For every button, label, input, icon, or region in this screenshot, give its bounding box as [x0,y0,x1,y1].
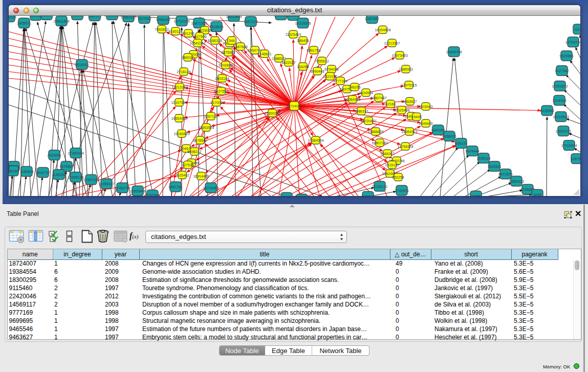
svg-text:7485003: 7485003 [399,68,412,71]
svg-text:5822037: 5822037 [281,61,295,64]
svg-text:1065326: 1065326 [70,16,84,17]
svg-text:16033809: 16033809 [226,16,242,18]
svg-text:1905572: 1905572 [39,16,53,17]
svg-text:12213382: 12213382 [171,85,187,89]
svg-text:8160124: 8160124 [168,30,182,33]
svg-text:989012: 989012 [182,56,193,59]
svg-text:8878542: 8878542 [193,139,207,142]
svg-text:1687071: 1687071 [88,16,101,18]
svg-text:15716485: 15716485 [203,186,219,190]
svg-text:12093872: 12093872 [552,84,568,88]
svg-text:19654923: 19654923 [401,130,417,134]
svg-text:9146821: 9146821 [257,52,271,56]
svg-text:10719155: 10719155 [173,19,189,23]
svg-text:10958107: 10958107 [98,182,114,186]
svg-text:2803144: 2803144 [215,77,229,80]
svg-text:6961758: 6961758 [307,49,320,52]
svg-text:9084067: 9084067 [380,152,394,156]
svg-text:2942737: 2942737 [36,171,50,174]
svg-text:7857224: 7857224 [244,20,257,24]
svg-text:12975115: 12975115 [401,83,417,87]
svg-text:8471676: 8471676 [498,172,512,176]
svg-text:5875685: 5875685 [221,51,235,54]
svg-text:8454749: 8454749 [248,49,262,52]
svg-text:6794028: 6794028 [324,68,338,71]
svg-text:8215953: 8215953 [540,109,554,113]
svg-text:62160: 62160 [385,102,396,106]
svg-text:20691406: 20691406 [53,19,69,23]
svg-text:8427552: 8427552 [214,90,228,93]
svg-text:15720407: 15720407 [360,119,376,123]
svg-text:16914479: 16914479 [193,174,209,178]
svg-text:f(x): f(x) [129,231,139,240]
svg-text:252254: 252254 [392,176,404,179]
svg-text:7632621: 7632621 [487,165,501,168]
svg-text:1244419: 1244419 [552,99,566,102]
svg-text:17957223: 17957223 [83,178,99,182]
svg-text:1527602: 1527602 [137,17,151,20]
svg-text:9245: 9245 [533,193,541,196]
svg-text:25300285: 25300285 [264,112,280,115]
svg-text:16671355: 16671355 [191,21,207,25]
svg-text:1640995: 1640995 [431,128,445,132]
svg-text:9527506: 9527506 [192,35,206,38]
svg-text:19756928: 19756928 [397,145,413,148]
svg-text:2935114: 2935114 [477,157,491,160]
svg-text:10807487: 10807487 [371,96,386,100]
svg-text:939154: 939154 [9,169,19,173]
svg-text:15495: 15495 [411,115,422,119]
svg-text:6966160: 6966160 [156,18,170,21]
svg-text:2718126: 2718126 [177,70,190,74]
svg-text:11325419: 11325419 [286,33,301,36]
svg-text:17359924: 17359924 [68,151,83,155]
svg-text:10653267: 10653267 [120,16,136,19]
svg-text:9457791: 9457791 [168,185,182,189]
svg-text:9463627: 9463627 [403,100,417,103]
svg-text:10653267: 10653267 [104,16,120,17]
svg-text:7663822: 7663822 [155,28,168,31]
svg-text:186409: 186409 [297,39,309,42]
svg-text:173342: 173342 [362,195,374,196]
svg-text:1615132: 1615132 [385,163,399,167]
svg-text:12905135: 12905135 [68,176,83,179]
svg-text:7986372: 7986372 [354,110,368,113]
svg-text:15226058: 15226058 [197,29,212,32]
svg-text:21364436: 21364436 [344,98,360,101]
svg-text:8990448: 8990448 [310,70,324,73]
svg-text:8813054: 8813054 [286,16,300,17]
svg-text:16648784: 16648784 [446,50,462,54]
svg-text:12213967: 12213967 [384,41,400,45]
svg-text:16154808: 16154808 [375,28,390,32]
svg-text:1405571: 1405571 [17,21,31,25]
svg-text:1211019: 1211019 [9,16,16,19]
svg-text:9474444: 9474444 [465,149,479,153]
svg-text:5498222: 5498222 [187,150,201,154]
svg-text:19218506: 19218506 [295,21,311,25]
svg-text:116263: 116263 [297,65,309,69]
svg-text:19166829: 19166829 [173,132,189,136]
svg-text:7955812: 7955812 [315,59,329,63]
svg-text:9975867: 9975867 [59,165,73,168]
svg-text:19384554: 19384554 [308,139,323,142]
svg-text:1156829: 1156829 [20,170,34,173]
svg-text:2667608: 2667608 [233,45,247,49]
svg-text:9515440: 9515440 [419,105,432,108]
svg-text:8186328: 8186328 [208,39,222,42]
svg-text:1588520: 1588520 [272,57,286,60]
svg-text:2616910: 2616910 [75,63,89,67]
svg-text:1292344: 1292344 [145,193,159,196]
svg-text:746266: 746266 [349,85,360,89]
svg-text:546: 546 [229,39,235,42]
svg-text:9242848: 9242848 [219,63,232,67]
svg-text:10107554: 10107554 [171,101,187,104]
svg-text:9699695: 9699695 [419,122,432,125]
svg-text:10025488: 10025488 [394,108,409,112]
svg-text:3624554: 3624554 [359,91,373,95]
svg-text:12923448: 12923448 [129,189,145,193]
svg-text:1733426: 1733426 [395,189,408,192]
svg-text:917004: 917004 [210,101,222,104]
svg-text:17016504: 17016504 [561,144,577,147]
svg-text:9227342: 9227342 [555,69,569,73]
svg-text:1145194: 1145194 [52,173,66,177]
svg-text:11353594: 11353594 [199,126,214,129]
